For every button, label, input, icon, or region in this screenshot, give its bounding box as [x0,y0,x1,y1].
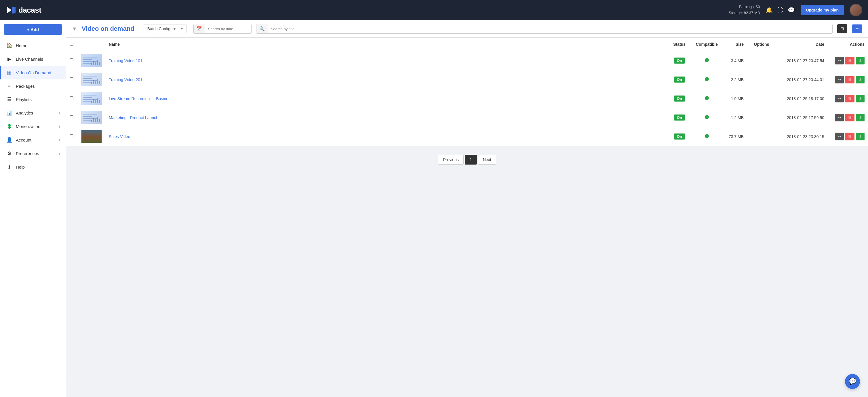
video-table: Name Status Compatible Size Options Date… [66,38,868,146]
status-badge: On [674,58,685,64]
earnings-info: Earnings: $0 Storage: 82.37 MB [729,4,760,16]
size-cell: 3.4 MB [721,51,747,70]
sidebar-item-label: Live Channels [16,57,43,62]
sidebar-item-live-channels[interactable]: ▶ Live Channels [0,52,66,66]
title-search-input[interactable] [268,25,833,33]
delete-button[interactable]: 🗑 [845,95,855,102]
table-header-row: Name Status Compatible Size Options Date… [66,38,868,51]
sidebar-item-playlists[interactable]: ☰ Playlists [0,93,66,106]
sidebar-item-preferences[interactable]: ⚙ Preferences + [0,147,66,160]
video-thumbnail [81,73,102,86]
status-cell: On [666,108,692,127]
search-icon[interactable]: 🔍 [256,24,268,33]
delete-button[interactable]: 🗑 [845,133,855,140]
sidebar-back-button[interactable]: ← [0,383,66,397]
sidebar-item-label: Packages [16,84,35,89]
content-header: ▼ Video on demand Batch Configure ▼ 📅 🔍 … [66,20,868,38]
row-checkbox-cell [66,89,78,108]
sidebar-item-home[interactable]: 🏠 Home [0,39,66,52]
edit-button[interactable]: ✏ [835,113,844,122]
action-buttons: ✏ 🗑 ⬇ [831,133,865,140]
sidebar-item-label: Analytics [16,110,33,115]
download-button[interactable]: ⬇ [856,95,865,102]
row-checkbox[interactable] [70,77,73,81]
batch-configure-select[interactable]: Batch Configure [144,24,186,33]
vod-icon: ▦ [6,70,12,76]
avatar[interactable] [849,4,862,16]
select-all-checkbox[interactable] [70,42,73,46]
row-checkbox[interactable] [70,96,73,100]
sidebar-item-analytics[interactable]: 📊 Analytics + [0,106,66,120]
collapse-button[interactable]: ▼ [72,26,77,32]
expand-icon: + [58,124,61,129]
date-cell: 2018-02-25 17:59:50 [776,108,828,127]
add-new-button[interactable]: + [852,25,862,33]
sidebar-item-account[interactable]: 👤 Account + [0,133,66,147]
page-1-button[interactable]: 1 [465,155,477,165]
add-button[interactable]: + Add [4,24,62,35]
chat-fab-button[interactable]: 💬 [845,374,860,389]
chat-icon[interactable]: 💬 [788,7,795,13]
sidebar-item-label: Preferences [16,151,39,156]
expand-icon: + [58,111,61,115]
analytics-icon: 📊 [6,110,12,116]
video-thumbnail [81,130,102,143]
compatible-dot [705,77,709,81]
video-link[interactable]: Sales Video [109,134,130,139]
grid-view-button[interactable]: ⊞ [837,24,847,33]
th-compatible: Compatible [692,38,721,51]
video-link[interactable]: Training Video 201 [109,77,143,82]
sidebar-item-packages[interactable]: ≡ Packages [0,79,66,93]
upgrade-button[interactable]: Upgrade my plan [801,5,844,15]
date-search-input[interactable] [205,25,251,33]
next-page-button[interactable]: Next [478,155,496,165]
edit-button[interactable]: ✏ [835,133,844,140]
edit-button[interactable]: ✏ [835,57,844,64]
fullscreen-icon[interactable]: ⛶ [777,7,783,13]
table-row: Training Video 201 On 2.2 MB 2018-02-27 … [66,70,868,89]
date-cell: 2018-02-23 23:30:15 [776,127,828,146]
date-search-wrapper: 📅 [193,24,251,34]
size-cell: 73.7 MB [721,127,747,146]
compatible-cell [692,89,721,108]
compatible-cell [692,70,721,89]
download-button[interactable]: ⬇ [856,76,865,84]
row-checkbox[interactable] [70,58,73,62]
action-buttons: ✏ 🗑 ⬇ [831,76,865,84]
table-wrapper: Name Status Compatible Size Options Date… [66,38,868,146]
status-cell: On [666,89,692,108]
help-icon: ℹ [6,164,12,170]
sidebar-item-vod[interactable]: ▦ Video On Demand [0,66,66,79]
row-checkbox-cell [66,70,78,89]
video-link[interactable]: Live Stream Recording — Busine [109,96,168,101]
row-checkbox-cell [66,108,78,127]
sidebar-item-label: Account [16,137,31,142]
download-button[interactable]: ⬇ [856,133,865,140]
bell-icon[interactable]: 🔔 [766,7,773,13]
edit-button[interactable]: ✏ [835,76,844,84]
delete-button[interactable]: 🗑 [845,57,855,64]
video-link[interactable]: Marketing - Product Launch [109,115,158,120]
edit-button[interactable]: ✏ [835,95,844,102]
video-link[interactable]: Training Video 101 [109,58,143,63]
compatible-dot [705,115,709,119]
earnings-label: Earnings: $0 [729,4,760,10]
download-button[interactable]: ⬇ [856,113,865,122]
delete-button[interactable]: 🗑 [845,76,855,84]
logo-icon [6,5,16,15]
expand-icon: + [58,138,61,142]
action-buttons: ✏ 🗑 ⬇ [831,95,865,102]
video-thumbnail [81,111,102,124]
row-checkbox[interactable] [70,134,73,138]
sidebar-item-monetization[interactable]: 💲 Monetization + [0,120,66,133]
row-checkbox[interactable] [70,115,73,119]
home-icon: 🏠 [6,42,12,48]
options-cell [747,89,776,108]
svg-rect-2 [14,7,16,13]
download-button[interactable]: ⬇ [856,57,865,64]
actions-cell: ✏ 🗑 ⬇ [828,51,868,70]
delete-button[interactable]: 🗑 [845,113,855,122]
prev-page-button[interactable]: Previous [438,155,463,165]
sidebar-item-help[interactable]: ℹ Help [0,160,66,174]
topnav: dacast Earnings: $0 Storage: 82.37 MB 🔔 … [0,0,868,20]
